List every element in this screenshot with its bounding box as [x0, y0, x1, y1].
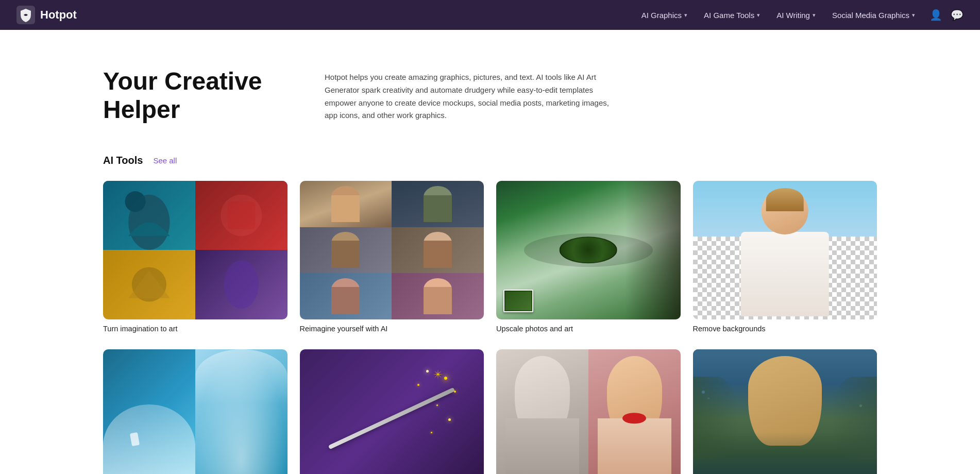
- nav-item-ai-writing[interactable]: AI Writing ▾: [770, 7, 822, 24]
- tool-label-upscale: Upscale photos and art: [496, 325, 681, 333]
- hero-description: Hotpot helps you create amazing graphics…: [325, 71, 623, 122]
- tool-card-remove-objects[interactable]: Remove objects: [103, 349, 288, 475]
- logo-link[interactable]: Hotpot: [16, 6, 77, 24]
- svg-point-6: [224, 261, 259, 309]
- nav-links: AI Graphics ▾ AI Game Tools ▾ AI Writing…: [635, 7, 921, 24]
- tool-image-colorize: [496, 349, 681, 475]
- tool-image-remove-objects: [103, 349, 288, 475]
- tool-image-personalize: [693, 349, 877, 475]
- tool-card-colorize[interactable]: Colorize old photos: [496, 349, 681, 475]
- chevron-down-icon: ▾: [813, 12, 816, 19]
- chevron-down-icon: ▾: [912, 12, 915, 19]
- tool-label-reimagine: Reimagine yourself with AI: [300, 325, 484, 333]
- tool-image-remove-bg: [693, 181, 877, 319]
- chevron-down-icon: ▾: [757, 12, 760, 19]
- tool-card-writing[interactable]: Outsource writing tasks: [300, 349, 484, 475]
- logo-icon: [16, 6, 35, 24]
- nav-label-ai-game-tools: AI Game Tools: [704, 11, 754, 20]
- svg-point-2: [125, 191, 145, 212]
- hero-title: Your Creative Helper: [103, 67, 283, 124]
- nav-label-ai-writing: AI Writing: [776, 11, 810, 20]
- chat-icon[interactable]: 💬: [951, 9, 964, 21]
- tools-section-title: AI Tools: [103, 155, 143, 166]
- tool-image-reimagine: [300, 181, 484, 319]
- tool-label-remove-bg: Remove backgrounds: [693, 325, 877, 333]
- nav-item-ai-game-tools[interactable]: AI Game Tools ▾: [698, 7, 766, 24]
- nav-item-social-media[interactable]: Social Media Graphics ▾: [826, 7, 921, 24]
- nav-label-ai-graphics: AI Graphics: [641, 11, 682, 20]
- see-all-link[interactable]: See all: [153, 156, 177, 165]
- hero-left: Your Creative Helper: [103, 67, 283, 124]
- tool-image-art-generator: [103, 181, 288, 319]
- tool-card-art-generator[interactable]: Turn imagination to art: [103, 181, 288, 332]
- tools-grid: Turn imagination to art: [103, 181, 877, 474]
- tools-section: AI Tools See all: [0, 144, 980, 474]
- user-icon[interactable]: 👤: [930, 9, 942, 21]
- tools-header: AI Tools See all: [103, 155, 877, 166]
- logo-text: Hotpot: [40, 8, 77, 22]
- tool-card-remove-bg[interactable]: Remove backgrounds: [693, 181, 877, 332]
- tool-label-art-generator: Turn imagination to art: [103, 325, 288, 333]
- tool-card-personalize[interactable]: Personalize art: [693, 349, 877, 475]
- nav-label-social-media: Social Media Graphics: [832, 11, 909, 20]
- navigation: Hotpot AI Graphics ▾ AI Game Tools ▾ AI …: [0, 0, 980, 30]
- tool-card-upscale[interactable]: Upscale photos and art: [496, 181, 681, 332]
- tool-image-upscale: [496, 181, 681, 319]
- nav-user-icons: 👤 💬: [930, 9, 964, 21]
- svg-rect-4: [227, 202, 255, 230]
- tool-card-reimagine[interactable]: Reimagine yourself with AI: [300, 181, 484, 332]
- hero-section: Your Creative Helper Hotpot helps you cr…: [0, 30, 980, 144]
- tool-image-writing: [300, 349, 484, 475]
- hero-right: Hotpot helps you create amazing graphics…: [325, 67, 877, 122]
- nav-item-ai-graphics[interactable]: AI Graphics ▾: [635, 7, 694, 24]
- chevron-down-icon: ▾: [684, 12, 687, 19]
